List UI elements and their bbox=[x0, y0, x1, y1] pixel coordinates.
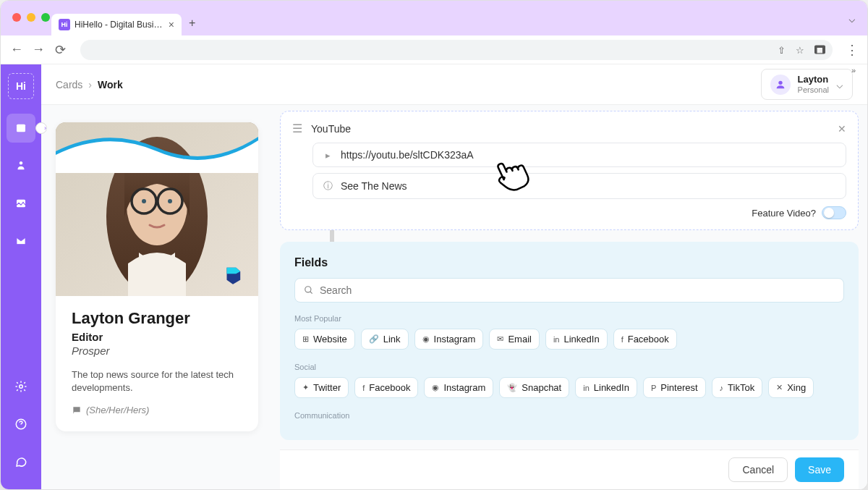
breadcrumb-root[interactable]: Cards bbox=[56, 79, 82, 90]
bookmark-icon[interactable]: ☆ bbox=[796, 44, 804, 55]
share-icon[interactable]: ⇧ bbox=[778, 44, 786, 55]
info-icon: ⓘ bbox=[322, 179, 333, 193]
forward-button[interactable]: → bbox=[31, 42, 46, 57]
card-preview-column: Layton Granger Editor Prosper The top ne… bbox=[41, 111, 280, 489]
avatar-icon bbox=[770, 75, 791, 95]
fullscreen-window-icon[interactable] bbox=[41, 13, 50, 22]
field-pill-facebook[interactable]: fFacebook bbox=[613, 329, 677, 350]
close-window-icon[interactable] bbox=[12, 13, 21, 22]
sidebar-item-email[interactable] bbox=[7, 227, 35, 255]
extension-badge-icon[interactable]: ▦ bbox=[814, 46, 825, 54]
svg-rect-0 bbox=[17, 124, 25, 132]
twitter-icon: ✦ bbox=[302, 383, 309, 392]
youtube-url-input[interactable] bbox=[341, 149, 837, 161]
topbar: Cards › Work Layton Personal ⌵ bbox=[41, 64, 867, 105]
browser-tab[interactable]: Hi HiHello - Digital Business Card × bbox=[51, 14, 182, 35]
field-pill-website[interactable]: ⊞Website bbox=[294, 329, 355, 350]
tab-title: HiHello - Digital Business Card bbox=[75, 20, 164, 30]
drag-handle-icon[interactable]: ☰ bbox=[292, 122, 302, 135]
youtube-title-input-row[interactable]: ⓘ bbox=[312, 173, 846, 199]
url-bar[interactable]: ⇧ ☆ ▦ bbox=[80, 40, 833, 60]
globe-icon: ⊞ bbox=[302, 334, 309, 344]
user-menu[interactable]: Layton Personal ⌵ bbox=[761, 69, 853, 100]
close-tab-icon[interactable]: × bbox=[169, 19, 174, 30]
help-icon bbox=[14, 418, 27, 431]
svg-point-12 bbox=[168, 199, 172, 203]
browser-tab-strip: Hi HiHello - Digital Business Card × + ⌵ bbox=[1, 1, 867, 35]
main-content: Cards › Work Layton Personal ⌵ bbox=[41, 64, 867, 489]
reload-button[interactable]: ⟳ bbox=[53, 42, 67, 58]
fields-search-input[interactable] bbox=[320, 284, 835, 296]
back-button[interactable]: ← bbox=[9, 42, 24, 57]
facebook-icon: f bbox=[362, 384, 365, 392]
svg-point-13 bbox=[305, 287, 311, 292]
extensions-chevron-icon[interactable]: » bbox=[851, 66, 856, 75]
browser-menu-icon[interactable]: ⋮ bbox=[846, 42, 859, 58]
email-icon: ✉ bbox=[497, 334, 503, 344]
group-label-communication: Communication bbox=[294, 411, 844, 420]
field-pill-tiktok[interactable]: ♪TikTok bbox=[712, 377, 763, 398]
sidebar-item-help[interactable] bbox=[7, 410, 35, 439]
sidebar-item-chat[interactable] bbox=[7, 447, 35, 476]
favicon-icon: Hi bbox=[59, 19, 70, 30]
user-subtitle: Personal bbox=[798, 85, 829, 95]
save-button[interactable]: Save bbox=[795, 457, 844, 482]
browser-toolbar: ← → ⟳ ⇧ ☆ ▦ ⋮ bbox=[1, 35, 867, 64]
card-wave-icon bbox=[56, 122, 258, 173]
youtube-title-input[interactable] bbox=[341, 180, 837, 192]
field-pill-linkedin[interactable]: inLinkedIn bbox=[545, 329, 608, 350]
card-company: Prosper bbox=[72, 345, 242, 357]
contacts-icon bbox=[14, 159, 27, 172]
field-pill-facebook-2[interactable]: fFacebook bbox=[354, 377, 418, 398]
user-name: Layton bbox=[798, 74, 829, 85]
field-pill-linkedin-2[interactable]: inLinkedIn bbox=[575, 377, 637, 398]
youtube-field-block: ☰ YouTube ✕ ▸ ⓘ bbox=[280, 111, 859, 230]
sidebar: Hi › bbox=[1, 64, 41, 489]
xing-icon: ✕ bbox=[776, 383, 783, 392]
app-window: Hi HiHello - Digital Business Card × + ⌵… bbox=[0, 0, 868, 490]
fields-title: Fields bbox=[294, 256, 844, 269]
app-body: Hi › bbox=[1, 64, 867, 489]
svg-point-11 bbox=[142, 199, 146, 203]
search-icon bbox=[304, 285, 314, 295]
card-preview: Layton Granger Editor Prosper The top ne… bbox=[56, 122, 258, 431]
field-pill-xing[interactable]: ✕Xing bbox=[768, 377, 814, 398]
sidebar-item-contacts[interactable] bbox=[7, 151, 35, 180]
app-logo[interactable]: Hi bbox=[8, 73, 34, 99]
chevron-down-icon: ⌵ bbox=[836, 77, 843, 91]
field-pill-instagram-2[interactable]: ◉Instagram bbox=[424, 377, 493, 398]
sidebar-item-settings[interactable] bbox=[7, 372, 35, 401]
fields-search[interactable] bbox=[294, 278, 844, 303]
field-label: YouTube bbox=[311, 123, 351, 135]
group-label-social: Social bbox=[294, 363, 844, 371]
remove-field-icon[interactable]: ✕ bbox=[838, 123, 846, 135]
facebook-icon: f bbox=[621, 335, 624, 344]
traffic-lights bbox=[12, 13, 50, 22]
sidebar-item-backgrounds[interactable] bbox=[7, 189, 35, 218]
new-tab-button[interactable]: + bbox=[189, 17, 195, 30]
pinterest-icon: P bbox=[651, 384, 656, 392]
field-pill-pinterest[interactable]: PPinterest bbox=[643, 377, 706, 398]
card-pronouns: (She/Her/Hers) bbox=[86, 405, 149, 415]
image-icon bbox=[14, 197, 27, 210]
tabs-overflow-icon[interactable]: ⌵ bbox=[848, 12, 856, 25]
minimize-window-icon[interactable] bbox=[27, 13, 35, 22]
field-pill-link[interactable]: 🔗Link bbox=[361, 329, 409, 350]
breadcrumb-current: Work bbox=[98, 79, 123, 90]
card-description: The top news source for the latest tech … bbox=[72, 368, 242, 394]
field-pill-instagram[interactable]: ◉Instagram bbox=[414, 329, 484, 350]
field-pill-twitter[interactable]: ✦Twitter bbox=[294, 377, 349, 398]
cancel-button[interactable]: Cancel bbox=[728, 457, 788, 482]
youtube-url-input-row[interactable]: ▸ bbox=[312, 143, 846, 167]
mail-icon bbox=[14, 235, 27, 248]
field-pill-snapchat[interactable]: 👻Snapchat bbox=[499, 377, 569, 398]
snapchat-icon: 👻 bbox=[507, 383, 517, 392]
card-name: Layton Granger bbox=[72, 309, 242, 328]
fields-panel: Fields Most Popular ⊞Website 🔗Link ◉Inst… bbox=[280, 242, 859, 440]
sidebar-item-cards[interactable]: › bbox=[7, 114, 35, 143]
pronouns-icon bbox=[72, 405, 82, 415]
feature-video-toggle[interactable] bbox=[822, 206, 846, 219]
field-pill-email[interactable]: ✉Email bbox=[489, 329, 540, 350]
breadcrumb-separator: › bbox=[88, 79, 92, 90]
tiktok-icon: ♪ bbox=[720, 384, 724, 392]
